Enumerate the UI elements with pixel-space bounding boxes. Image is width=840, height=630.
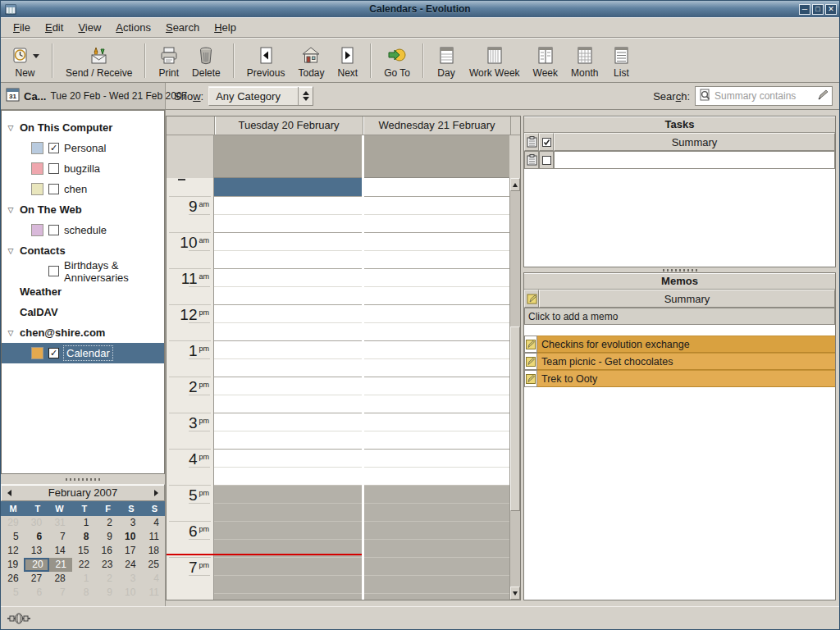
time-slot[interactable] — [364, 232, 509, 250]
mini-calendar-date[interactable]: 3 — [118, 516, 142, 530]
time-slot[interactable] — [214, 214, 362, 232]
time-slot[interactable] — [214, 467, 362, 485]
toolbar-button-send-receive[interactable]: Send / Receive — [59, 40, 139, 81]
sidebar-group-weather[interactable]: Weather — [2, 281, 164, 302]
mini-calendar-date[interactable]: 28 — [48, 572, 71, 586]
minimize-button[interactable]: ─ — [799, 4, 810, 15]
all-day-cell-tuesday[interactable] — [214, 135, 362, 178]
maximize-button[interactable]: □ — [812, 4, 824, 15]
mini-calendar-date[interactable]: 16 — [94, 544, 118, 558]
mini-calendar-date[interactable]: 5 — [1, 586, 25, 600]
time-slot[interactable] — [214, 485, 362, 503]
time-slot[interactable] — [364, 593, 509, 600]
all-day-cell-wednesday[interactable] — [364, 135, 509, 178]
time-slot[interactable] — [214, 358, 362, 377]
time-slot[interactable] — [214, 395, 362, 413]
time-slot[interactable] — [214, 431, 362, 449]
time-slot[interactable] — [214, 413, 362, 431]
mini-calendar-date[interactable]: 27 — [25, 572, 48, 586]
time-slot[interactable] — [214, 232, 362, 250]
time-slot[interactable] — [364, 358, 509, 377]
new-dropdown-icon[interactable] — [33, 54, 39, 58]
sidebar-group-contacts[interactable]: ▽Contacts — [2, 240, 164, 261]
time-slot[interactable] — [214, 322, 362, 340]
mini-calendar-date[interactable]: 24 — [118, 558, 141, 572]
sidebar-item-schedule[interactable]: schedule — [2, 220, 164, 240]
mini-calendar-date[interactable]: 17 — [118, 544, 142, 558]
menu-search[interactable]: Search — [158, 19, 207, 36]
category-dropdown[interactable]: Any Category — [208, 86, 313, 106]
mini-calendar-date[interactable]: 30 — [25, 516, 48, 530]
time-slot[interactable] — [364, 304, 509, 322]
time-slot[interactable] — [214, 250, 362, 268]
toolbar-button-print[interactable]: Print — [152, 40, 185, 81]
time-slot[interactable] — [214, 593, 362, 600]
mini-calendar-date[interactable]: 8 — [71, 586, 95, 600]
time-slot[interactable] — [214, 196, 362, 214]
mini-calendar-date[interactable]: 31 — [48, 516, 71, 530]
calendar-checkbox[interactable]: ✓ — [48, 143, 59, 153]
time-slot[interactable] — [364, 196, 509, 214]
toolbar-button-previous[interactable]: Previous — [240, 40, 292, 81]
time-slot[interactable] — [214, 521, 362, 539]
sidebar-group-on-this-computer[interactable]: ▽On This Computer — [2, 117, 164, 138]
time-slot[interactable] — [364, 413, 509, 431]
mini-calendar-date[interactable]: 3 — [118, 572, 142, 586]
calendar-checkbox[interactable] — [48, 225, 59, 235]
search-box[interactable] — [695, 86, 833, 106]
scroll-up-icon[interactable] — [510, 178, 520, 191]
mini-calendar-date[interactable]: 7 — [48, 530, 71, 544]
memos-summary-header[interactable]: Summary — [539, 290, 835, 308]
sidebar-splitter-handle[interactable] — [1, 474, 165, 484]
mini-calendar-date[interactable]: 22 — [72, 558, 95, 572]
mini-calendar-date[interactable]: 7 — [48, 586, 71, 600]
time-slot[interactable] — [214, 377, 362, 395]
calendar-checkbox[interactable]: ✓ — [48, 348, 59, 358]
sidebar-item-personal[interactable]: ✓Personal — [2, 138, 164, 158]
sidebar-item-calendar[interactable]: ✓Calendar — [2, 343, 164, 363]
sidebar-item-birthdays-anniversaries[interactable]: Birthdays & Anniversaries — [2, 261, 164, 281]
sidebar-group-chen-shire-com[interactable]: ▽chen@shire.com — [2, 322, 164, 343]
toolbar-button-new[interactable]: New — [4, 40, 46, 81]
time-slot[interactable] — [364, 395, 509, 413]
mini-calendar-date[interactable]: 10 — [118, 586, 142, 600]
mini-calendar-date[interactable]: 19 — [1, 558, 24, 572]
mini-calendar-date[interactable]: 13 — [25, 544, 48, 558]
expander-icon[interactable]: ▽ — [2, 329, 20, 337]
day-column-wednesday[interactable] — [364, 178, 509, 600]
mini-calendar-date[interactable]: 15 — [71, 544, 95, 558]
calendar-checkbox[interactable] — [48, 184, 59, 194]
toolbar-button-month[interactable]: Month — [564, 40, 605, 81]
menu-actions[interactable]: Actions — [108, 19, 158, 36]
memo-column-icon[interactable] — [524, 290, 539, 308]
time-slot[interactable] — [214, 449, 362, 467]
time-slot[interactable] — [364, 377, 509, 395]
add-memo-row[interactable]: Click to add a memo — [524, 308, 835, 325]
time-slot[interactable] — [214, 304, 362, 322]
tasks-summary-header[interactable]: Summary — [554, 133, 835, 151]
toolbar-button-day[interactable]: Day — [430, 40, 463, 81]
time-slot[interactable] — [364, 286, 509, 304]
mini-calendar-date[interactable]: 2 — [94, 516, 118, 530]
toolbar-button-today[interactable]: Today — [291, 40, 331, 81]
time-slot[interactable] — [364, 322, 509, 340]
time-slot[interactable] — [364, 250, 509, 268]
mini-calendar-date[interactable]: 21 — [49, 558, 72, 572]
time-slot[interactable] — [214, 503, 362, 521]
sidebar-item-chen[interactable]: chen — [2, 179, 164, 199]
mini-calendar-date[interactable]: 12 — [1, 544, 25, 558]
memo-row[interactable]: Team picnic - Get chocolates — [524, 353, 835, 370]
mini-calendar-date[interactable]: 9 — [94, 530, 118, 544]
mini-calendar-date[interactable]: 6 — [25, 530, 48, 544]
task-complete-column-icon[interactable] — [539, 133, 554, 151]
sidebar-item-bugzilla[interactable]: bugzilla — [2, 158, 164, 179]
mini-calendar-date[interactable]: 4 — [141, 516, 165, 530]
toolbar-button-delete[interactable]: Delete — [185, 40, 227, 81]
time-slot[interactable] — [364, 340, 509, 358]
add-task-row[interactable] — [524, 151, 835, 169]
mini-calendar-today[interactable]: 20 — [24, 558, 48, 572]
mini-calendar-date[interactable]: 2 — [94, 572, 118, 586]
time-slot[interactable] — [364, 557, 509, 575]
mini-calendar-date[interactable]: 9 — [94, 586, 118, 600]
close-button[interactable]: ✕ — [825, 4, 837, 15]
